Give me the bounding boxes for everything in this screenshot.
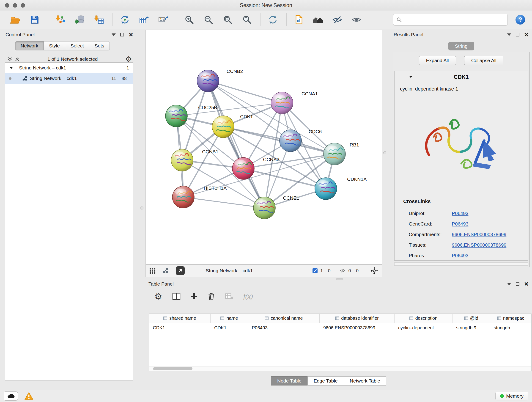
crosslink-tissues-link[interactable]: 9606.ENSP00000378699 [452,242,506,248]
selected-nodes-checkbox[interactable] [312,268,317,273]
scrollbar-thumb[interactable] [153,367,192,370]
network-node-ccnb1[interactable] [171,149,193,171]
collapse-all-networks-icon[interactable] [7,57,12,61]
network-node-cdkn1a[interactable] [315,178,337,200]
table-panel-float-button[interactable] [507,283,511,285]
network-share-icon[interactable] [162,268,168,274]
export-network-icon[interactable] [118,13,132,26]
right-splitter-handle[interactable] [383,151,386,154]
control-panel-float-button[interactable] [112,33,116,36]
export-image-icon[interactable] [157,13,170,26]
column-header-database-identifier[interactable]: database identifier [320,314,394,323]
zoom-fit-icon[interactable] [221,13,234,26]
cell-namespace[interactable]: stringdb [490,323,531,332]
import-network-file-icon[interactable] [54,13,67,26]
show-columns-icon[interactable] [172,293,181,300]
cell-description[interactable]: cyclin–dependent ... [394,323,452,332]
table-row[interactable]: CDK1 CDK1 P06493 9606.ENSP00000378699 cy… [149,323,531,332]
tab-node-table[interactable]: Node Table [271,376,308,385]
network-node-ccna2[interactable] [232,157,254,179]
zoom-selected-icon[interactable] [240,13,254,26]
open-session-icon[interactable] [9,13,22,26]
network-node-cdk1[interactable] [212,116,234,138]
column-header-canonical-name[interactable]: canonical name [248,314,320,323]
warning-icon[interactable] [24,392,33,400]
cell-id[interactable]: stringdb:9... [452,323,490,332]
network-node-rb1[interactable] [323,143,346,165]
hide-panel-eye-slash-icon[interactable] [331,13,344,26]
delete-column-trash-icon[interactable] [208,292,215,300]
crosslink-uniprot-link[interactable]: P06493 [452,211,468,216]
cell-shared-name[interactable]: CDK1 [149,323,210,332]
network-node-cdc25b[interactable] [165,105,187,127]
cloud-status-button[interactable] [4,391,18,401]
home-browser-icon[interactable] [311,13,325,26]
results-panel-close-button[interactable]: ✕ [524,32,529,38]
tab-network-table[interactable]: Network Table [344,376,386,385]
network-row-selected[interactable]: String Network – cdk1 11 48 [5,73,133,84]
expand-all-networks-icon[interactable] [15,57,20,61]
apply-layout-icon[interactable] [266,13,279,26]
tab-network[interactable]: Network [15,41,44,51]
pan-crosshair-icon[interactable] [370,267,378,274]
expand-all-button[interactable]: Expand All [419,56,456,65]
network-edge[interactable] [183,197,264,208]
results-panel-maximize-button[interactable] [516,33,519,36]
cell-name[interactable]: CDK1 [210,323,248,332]
table-options-gear-icon[interactable]: ⚙ [154,292,162,301]
network-collection-row[interactable]: String Network – cdk1 1 [5,63,133,73]
toolbar-separator [286,13,287,26]
open-in-new-window-button[interactable] [176,266,185,275]
search-input[interactable] [404,17,504,23]
left-splitter-handle[interactable] [140,206,143,210]
tab-sets[interactable]: Sets [89,41,110,51]
network-node-hist1h1a[interactable] [172,186,194,208]
network-edge[interactable] [208,81,282,103]
column-header-id[interactable]: @id [452,314,490,323]
zoom-in-icon[interactable] [183,13,196,26]
cell-database-identifier[interactable]: 9606.ENSP00000378699 [320,323,394,332]
network-node-ccna1[interactable] [271,92,293,114]
tree-expand-icon[interactable] [9,67,13,69]
crosslink-genecard-link[interactable]: P06493 [452,221,468,227]
network-node-cdc6[interactable] [279,130,302,152]
control-panel-maximize-button[interactable] [120,33,124,36]
memory-button[interactable]: Memory [495,392,528,400]
network-view-canvas[interactable]: CCNB2CCNA1CDC25BCDK1CDC6RB1CCNB1CCNA2CDK… [146,30,382,264]
string-results-tab[interactable]: String [448,42,475,51]
open-document-icon[interactable] [292,13,305,26]
cell-canonical-name[interactable]: P06493 [248,323,320,332]
column-header-shared-name[interactable]: shared name [149,314,210,323]
import-table-icon[interactable] [92,13,106,26]
network-node-ccnb2[interactable] [197,70,219,92]
tab-select[interactable]: Select [65,41,89,51]
tab-style[interactable]: Style [44,41,65,51]
column-header-namespace[interactable]: namespac [490,314,531,323]
titlebar: Session: New Session [0,0,532,11]
help-button[interactable]: ? [514,13,527,26]
results-panel-float-button[interactable] [507,33,511,36]
network-options-gear-icon[interactable]: ⚙ [125,56,132,63]
column-header-name[interactable]: name [210,314,248,323]
create-column-plus-icon[interactable] [191,293,197,300]
search-box[interactable] [393,14,508,26]
network-node-ccne1[interactable] [253,197,275,219]
results-scrollbar[interactable] [394,262,528,266]
table-panel-close-button[interactable]: ✕ [524,281,529,287]
crosslink-pharos-link[interactable]: P06493 [452,253,468,258]
import-network-database-icon[interactable] [73,13,86,26]
collapse-all-button[interactable]: Collapse All [464,56,504,65]
show-panel-eye-icon[interactable] [350,13,363,26]
table-horizontal-scrollbar[interactable] [149,366,531,371]
delete-table-icon-disabled [225,293,233,300]
control-panel-close-button[interactable]: ✕ [128,32,133,38]
export-table-icon[interactable] [138,13,151,26]
zoom-out-icon[interactable] [202,13,215,26]
birdseye-grid-icon[interactable] [149,268,156,274]
network-graph[interactable]: CCNB2CCNA1CDC25BCDK1CDC6RB1CCNB1CCNA2CDK… [146,30,382,264]
save-session-icon[interactable] [28,13,41,26]
column-header-description[interactable]: description [394,314,452,323]
crosslink-compartments-link[interactable]: 9606.ENSP00000378699 [452,232,506,237]
table-panel-maximize-button[interactable] [516,282,519,286]
tab-edge-table[interactable]: Edge Table [307,376,344,385]
